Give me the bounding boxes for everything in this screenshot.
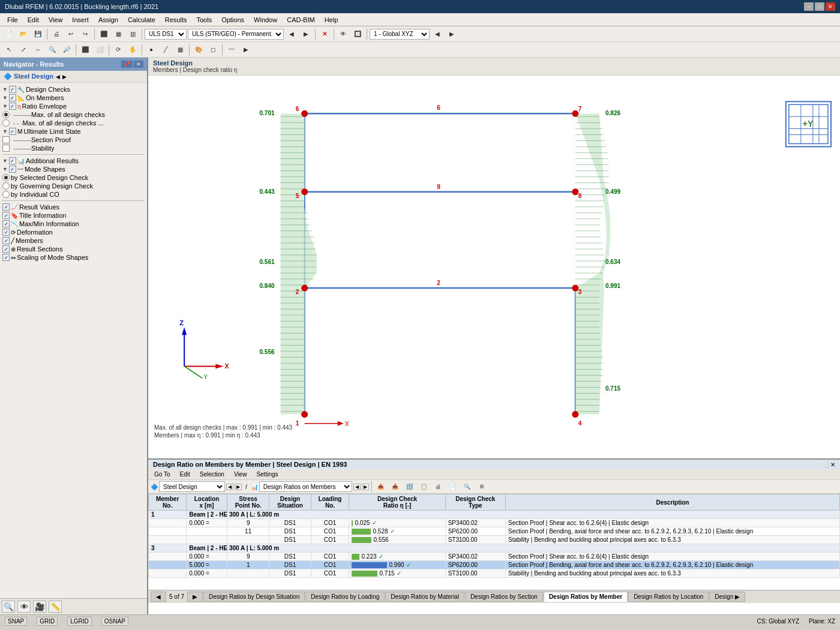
menu-insert[interactable]: Insert xyxy=(67,15,94,25)
t2-node[interactable]: ● xyxy=(145,44,158,56)
view-next[interactable]: ▶ xyxy=(445,28,458,40)
nav-ratio-envelope[interactable]: ▼ ✓ η Ratio Envelope xyxy=(2,102,145,110)
canvas-area[interactable]: 1 2 3 4 5 6 7 8 6 9 2 0.701 0.443 0.561 … xyxy=(148,76,840,458)
nav-result-sections[interactable]: ✓ ⊕ Result Sections xyxy=(2,245,145,253)
menu-assign[interactable]: Assign xyxy=(94,15,123,25)
bp-results-prev[interactable]: ◀ xyxy=(353,484,361,490)
tab-next-nav[interactable]: ▶ xyxy=(187,592,203,602)
bp-tb4[interactable]: 📋 xyxy=(418,481,431,493)
nav-rb-max-all2[interactable]: - - - Max. of all design checks ... xyxy=(2,119,145,127)
nav-title-info[interactable]: ✓ 🔖 Title Information xyxy=(2,211,145,220)
status-grid[interactable]: GRID xyxy=(37,617,58,626)
menu-calculate[interactable]: Calculate xyxy=(123,15,160,25)
tb-x[interactable]: ✕ xyxy=(318,28,331,40)
view-prev[interactable]: ◀ xyxy=(431,28,444,40)
maximize-button[interactable]: □ xyxy=(815,2,824,11)
bp-tb1[interactable]: 📤 xyxy=(374,481,388,493)
status-lgrid[interactable]: LGRID xyxy=(67,617,92,626)
t2-surf[interactable]: ▦ xyxy=(173,44,187,56)
bp-tb3[interactable]: 🔢 xyxy=(403,481,416,493)
tab-design-sit[interactable]: Design Ratios by Design Situation xyxy=(203,592,305,602)
nav-footer-btn1[interactable]: 🔍 xyxy=(2,601,15,613)
tab-material[interactable]: Design Ratios by Material xyxy=(385,592,464,602)
bp-tb2[interactable]: 📥 xyxy=(389,481,402,493)
bp-tb5[interactable]: 🖨 xyxy=(432,481,445,493)
nav-design-checks[interactable]: ▼ ✓ 🔧 Design Checks xyxy=(2,85,145,94)
t2-7[interactable]: ⬜ xyxy=(93,44,106,56)
nav-members-item[interactable]: ✓ ╱ Members xyxy=(2,236,145,245)
table-row[interactable]: 0.000 = 9 DS1 CO1 0.025✓ SP3400.02 Secti… xyxy=(149,519,840,527)
nav-prev-btn[interactable]: ◀ xyxy=(56,74,60,80)
undo-btn[interactable]: ↩ xyxy=(64,28,77,40)
menu-options[interactable]: Options xyxy=(217,15,249,25)
nav-footer-btn4[interactable]: 📏 xyxy=(49,601,62,613)
t2-2[interactable]: ⤢ xyxy=(17,44,30,56)
nav-on-members[interactable]: ▼ ✓ 📐 On Members xyxy=(2,94,145,102)
status-snap[interactable]: SNAP xyxy=(5,617,27,626)
nav-result-values[interactable]: ✓ 📈 Result Values xyxy=(2,203,145,211)
minimize-button[interactable]: – xyxy=(804,2,814,11)
menu-tools[interactable]: Tools xyxy=(191,15,217,25)
bp-tb8[interactable]: ⚙ xyxy=(475,481,488,493)
nav-next-btn[interactable]: ▶ xyxy=(62,74,67,80)
nav-maxmin-info[interactable]: ✓ 📉 Max/Min Information xyxy=(2,220,145,228)
menu-view[interactable]: View xyxy=(44,15,68,25)
bp-edit[interactable]: Edit xyxy=(176,470,194,478)
tab-section[interactable]: Design Ratios by Section xyxy=(465,592,543,602)
table-row[interactable]: 5.000 = 1 DS1 CO1 0.990✓ SP6200.00 Secti… xyxy=(149,561,840,569)
tb-vis1[interactable]: 👁 xyxy=(337,28,350,40)
tab-location[interactable]: Design Ratios by Location xyxy=(628,592,709,602)
tb-vis2[interactable]: 🔲 xyxy=(351,28,364,40)
table-row[interactable]: DS1 CO1 0.556 ST3100.00 Stability | Bend… xyxy=(149,536,840,544)
tb-btn-1[interactable]: ⬛ xyxy=(97,28,110,40)
bp-results-combo[interactable]: Design Ratios on Members xyxy=(259,481,352,492)
tab-more[interactable]: Design ▶ xyxy=(709,592,745,602)
tab-prev-nav[interactable]: ◀ xyxy=(151,592,166,602)
new-btn[interactable]: 📄 xyxy=(2,28,16,40)
bp-view[interactable]: View xyxy=(230,470,251,478)
tab-member[interactable]: Design Ratios by Member xyxy=(544,592,628,602)
table-row[interactable]: 11 DS1 CO1 0.528✓ SP6200.00 Section Proo… xyxy=(149,527,840,536)
tb-btn-3[interactable]: ▥ xyxy=(126,28,139,40)
load-combo[interactable]: ULS (STR/GEO) - Permanent... xyxy=(188,29,284,40)
bp-results-next[interactable]: ▶ xyxy=(362,484,369,490)
design-combo[interactable]: ULS DS1 xyxy=(145,29,187,40)
nav-additional-results[interactable]: ▼ ✓ 📊 Additional Results xyxy=(2,157,145,165)
t2-pan[interactable]: ✋ xyxy=(126,44,139,56)
table-row[interactable]: 0.000 = DS1 CO1 0.715✓ ST3100.00 Stabili… xyxy=(149,569,840,578)
bp-prev-btn[interactable]: ◀ xyxy=(226,484,233,490)
t2-anim[interactable]: ▶ xyxy=(239,44,253,56)
table-scroll[interactable]: MemberNo. Locationx [m] StressPoint No. … xyxy=(148,494,840,590)
nav-rb-by-selected[interactable]: by Selected Design Check xyxy=(2,173,145,182)
t2-4[interactable]: 🔍 xyxy=(46,44,59,56)
tab-loading[interactable]: Design Ratios by Loading xyxy=(305,592,385,602)
nav-rb-by-governing[interactable]: by Governing Design Check xyxy=(2,182,145,190)
t2-6[interactable]: ⬛ xyxy=(79,44,92,56)
menu-edit[interactable]: Edit xyxy=(23,15,44,25)
nav-footer-btn3[interactable]: 🎥 xyxy=(33,601,46,613)
print-btn[interactable]: 🖨 xyxy=(50,28,63,40)
nav-section-proof[interactable]: ——— Section Proof xyxy=(2,136,145,144)
bp-goto[interactable]: Go To xyxy=(151,470,174,478)
t2-3[interactable]: ↔ xyxy=(31,44,44,56)
save-btn[interactable]: 💾 xyxy=(31,28,44,40)
nav-stability[interactable]: ——— Stability xyxy=(2,144,145,152)
prev-btn[interactable]: ◀ xyxy=(285,28,298,40)
t2-render[interactable]: 🎨 xyxy=(192,44,205,56)
t2-member[interactable]: ╱ xyxy=(159,44,172,56)
bp-maximize-btn[interactable]: ⬜ xyxy=(822,461,829,468)
menu-window[interactable]: Window xyxy=(249,15,282,25)
t2-wire[interactable]: ◻ xyxy=(206,44,220,56)
next-btn[interactable]: ▶ xyxy=(299,28,313,40)
nav-footer-btn2[interactable]: 👁 xyxy=(17,601,31,613)
menu-file[interactable]: File xyxy=(2,15,23,25)
t2-5[interactable]: 🔎 xyxy=(60,44,73,56)
nav-close-btn[interactable]: ✕ xyxy=(134,61,143,68)
bp-settings[interactable]: Settings xyxy=(253,470,281,478)
tb-btn-2[interactable]: ▦ xyxy=(112,28,125,40)
table-row[interactable]: 0.000 = 9 DS1 CO1 0.223✓ SP3400.02 Secti… xyxy=(149,553,840,561)
close-button[interactable]: ✕ xyxy=(826,2,835,11)
menu-cad-bim[interactable]: CAD-BIM xyxy=(282,15,319,25)
view-combo[interactable]: 1 - Global XYZ xyxy=(370,29,430,40)
status-osnap[interactable]: OSNAP xyxy=(101,617,128,626)
